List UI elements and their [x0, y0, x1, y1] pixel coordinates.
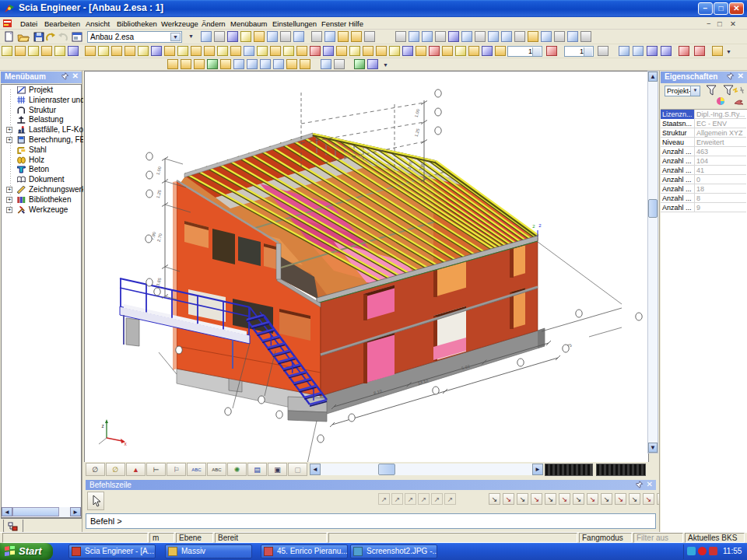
- svg-text:3.85: 3.85: [156, 278, 163, 287]
- svg-text:1.00: 1.00: [156, 166, 163, 176]
- svg-text:1.25: 1.25: [414, 128, 421, 138]
- svg-text:x: x: [124, 441, 127, 446]
- svg-text:z: z: [101, 423, 103, 429]
- svg-text:2.70: 2.70: [156, 233, 163, 243]
- svg-text:1.00: 1.00: [414, 109, 421, 118]
- svg-text:1.25: 1.25: [156, 190, 163, 199]
- svg-text:2: 2: [532, 224, 535, 229]
- svg-text:2: 2: [538, 223, 542, 228]
